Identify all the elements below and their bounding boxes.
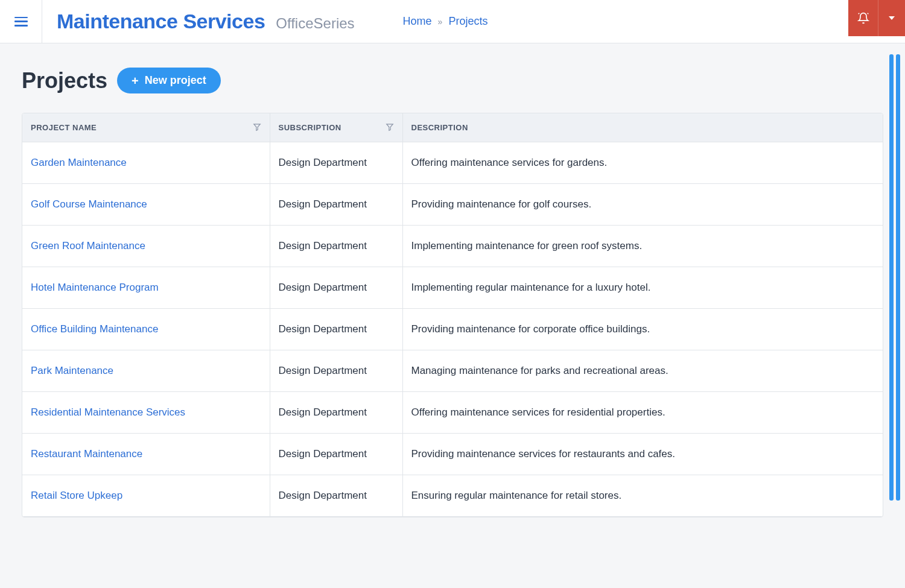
cell-subscription: Design Department	[270, 226, 402, 267]
new-project-label: New project	[145, 74, 206, 87]
cell-subscription: Design Department	[270, 184, 402, 226]
cell-subscription: Design Department	[270, 392, 402, 434]
cell-description: Offering maintenance services for reside…	[402, 392, 883, 434]
cell-project-name: Restaurant Maintenance	[22, 434, 270, 475]
cell-subscription: Design Department	[270, 434, 402, 475]
brand-subtitle: OfficeSeries	[276, 15, 354, 32]
project-link[interactable]: Office Building Maintenance	[31, 323, 158, 335]
project-link[interactable]: Hotel Maintenance Program	[31, 282, 159, 293]
brand-title: Maintenance Services	[57, 10, 265, 33]
project-link[interactable]: Park Maintenance	[31, 365, 113, 376]
cell-description: Implementing maintenance for green roof …	[402, 226, 883, 267]
cell-project-name: Hotel Maintenance Program	[22, 267, 270, 309]
svg-marker-1	[386, 124, 393, 130]
cell-description: Offering maintenance services for garden…	[402, 142, 883, 184]
header-actions	[848, 0, 905, 36]
table-row: Garden MaintenanceDesign DepartmentOffer…	[22, 142, 883, 184]
project-link[interactable]: Garden Maintenance	[31, 157, 127, 168]
table-row: Park MaintenanceDesign DepartmentManagin…	[22, 350, 883, 392]
table-row: Hotel Maintenance ProgramDesign Departme…	[22, 267, 883, 309]
table-row: Residential Maintenance ServicesDesign D…	[22, 392, 883, 434]
bell-icon	[857, 12, 869, 24]
cell-project-name: Residential Maintenance Services	[22, 392, 270, 434]
filter-icon[interactable]	[386, 122, 394, 133]
projects-table: Project Name Subscription Description	[22, 113, 883, 517]
cell-subscription: Design Department	[270, 350, 402, 392]
cell-subscription: Design Department	[270, 475, 402, 517]
cell-description: Providing maintenance for corporate offi…	[402, 309, 883, 350]
project-link[interactable]: Green Roof Maintenance	[31, 240, 145, 251]
hamburger-icon	[14, 17, 28, 27]
user-dropdown-button[interactable]	[878, 0, 905, 36]
cell-description: Managing maintenance for parks and recre…	[402, 350, 883, 392]
new-project-button[interactable]: + New project	[117, 68, 221, 93]
scroll-bar[interactable]	[896, 54, 900, 501]
cell-project-name: Park Maintenance	[22, 350, 270, 392]
top-header: Maintenance Services OfficeSeries Home »…	[0, 0, 905, 43]
cell-subscription: Design Department	[270, 142, 402, 184]
plus-icon: +	[132, 75, 139, 87]
notifications-button[interactable]	[848, 0, 878, 36]
brand: Maintenance Services OfficeSeries	[42, 10, 355, 33]
column-header-subscription[interactable]: Subscription	[270, 113, 402, 142]
cell-project-name: Golf Course Maintenance	[22, 184, 270, 226]
scroll-bar[interactable]	[889, 54, 894, 501]
breadcrumb-current[interactable]: Projects	[448, 15, 487, 28]
page-title: Projects	[22, 68, 107, 93]
project-link[interactable]: Retail Store Upkeep	[31, 490, 122, 501]
page-header: Projects + New project	[22, 68, 883, 93]
breadcrumb-home[interactable]: Home	[403, 15, 432, 28]
breadcrumb-separator: »	[438, 17, 443, 27]
cell-subscription: Design Department	[270, 267, 402, 309]
project-link[interactable]: Restaurant Maintenance	[31, 448, 142, 460]
project-link[interactable]: Residential Maintenance Services	[31, 406, 185, 418]
cell-description: Ensuring regular maintenance for retail …	[402, 475, 883, 517]
table-row: Restaurant MaintenanceDesign DepartmentP…	[22, 434, 883, 475]
cell-subscription: Design Department	[270, 309, 402, 350]
cell-description: Providing maintenance services for resta…	[402, 434, 883, 475]
table-row: Golf Course MaintenanceDesign Department…	[22, 184, 883, 226]
menu-button[interactable]	[0, 0, 42, 43]
table-row: Green Roof MaintenanceDesign DepartmentI…	[22, 226, 883, 267]
table-row: Office Building MaintenanceDesign Depart…	[22, 309, 883, 350]
project-link[interactable]: Golf Course Maintenance	[31, 198, 147, 210]
cell-project-name: Green Roof Maintenance	[22, 226, 270, 267]
column-header-description[interactable]: Description	[402, 113, 883, 142]
chevron-down-icon	[889, 16, 895, 20]
svg-marker-0	[253, 124, 260, 130]
main-content: Projects + New project Project Name Subs…	[0, 43, 905, 542]
projects-table-wrap: Project Name Subscription Description	[22, 113, 883, 517]
cell-description: Implementing regular maintenance for a l…	[402, 267, 883, 309]
cell-project-name: Garden Maintenance	[22, 142, 270, 184]
filter-icon[interactable]	[253, 122, 261, 133]
scroll-indicators	[889, 54, 900, 501]
cell-project-name: Office Building Maintenance	[22, 309, 270, 350]
column-header-name[interactable]: Project Name	[22, 113, 270, 142]
cell-project-name: Retail Store Upkeep	[22, 475, 270, 517]
table-row: Retail Store UpkeepDesign DepartmentEnsu…	[22, 475, 883, 517]
breadcrumb: Home » Projects	[403, 15, 488, 28]
cell-description: Providing maintenance for golf courses.	[402, 184, 883, 226]
